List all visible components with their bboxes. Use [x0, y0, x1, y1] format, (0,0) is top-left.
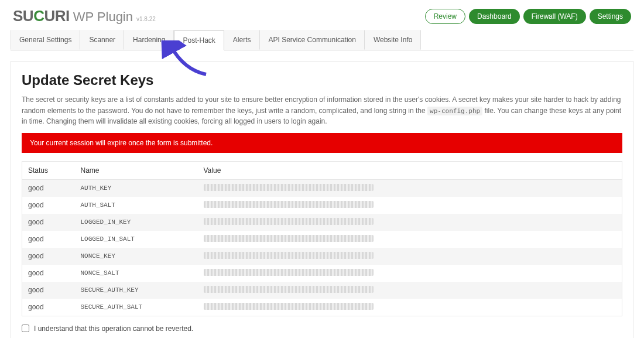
tab-scanner[interactable]: Scanner — [80, 30, 124, 50]
plugin-name: WP Plugin — [73, 9, 133, 25]
section-heading: Update Secret Keys — [22, 72, 622, 88]
col-name: Name — [75, 161, 198, 179]
dashboard-button[interactable]: Dashboard — [469, 9, 520, 24]
firewall-button[interactable]: Firewall (WAF) — [523, 9, 586, 24]
session-expire-alert: Your current session will expire once th… — [22, 133, 622, 153]
confirm-checkbox[interactable] — [22, 325, 29, 332]
redacted-value — [204, 218, 374, 225]
tabs: General Settings Scanner Hardening Post-… — [11, 30, 633, 50]
confirm-label: I understand that this operation cannot … — [34, 325, 193, 333]
logo-part: C — [33, 7, 44, 25]
key-value — [198, 282, 622, 299]
tab-hardening[interactable]: Hardening — [124, 30, 174, 50]
key-status: good — [22, 282, 75, 299]
key-status: good — [22, 214, 75, 231]
table-row: goodNONCE_KEY — [22, 248, 622, 265]
key-value — [198, 231, 622, 248]
key-name: AUTH_KEY — [75, 179, 198, 197]
tab-api-service-communication[interactable]: API Service Communication — [260, 30, 365, 50]
desc-code: wp-config.php — [427, 107, 482, 115]
table-row: goodLOGGED_IN_SALT — [22, 231, 622, 248]
key-status: good — [22, 265, 75, 282]
table-row: goodNONCE_SALT — [22, 265, 622, 282]
tab-website-info[interactable]: Website Info — [365, 30, 421, 50]
table-row: goodLOGGED_IN_KEY — [22, 214, 622, 231]
tab-post-hack[interactable]: Post-Hack — [174, 30, 224, 50]
review-button[interactable]: Review — [425, 9, 465, 24]
key-status: good — [22, 179, 75, 197]
key-status: good — [22, 299, 75, 316]
key-name: AUTH_SALT — [75, 197, 198, 214]
table-row: goodSECURE_AUTH_SALT — [22, 299, 622, 316]
redacted-value — [204, 303, 374, 310]
logo-part: SU — [13, 7, 33, 25]
logo: SUCURI — [13, 7, 70, 25]
settings-button[interactable]: Settings — [590, 9, 631, 24]
table-row: goodAUTH_SALT — [22, 197, 622, 214]
key-name: LOGGED_IN_SALT — [75, 231, 198, 248]
col-value: Value — [198, 161, 622, 179]
redacted-value — [204, 252, 374, 259]
key-name: NONCE_KEY — [75, 248, 198, 265]
table-row: goodAUTH_KEY — [22, 179, 622, 197]
col-status: Status — [22, 161, 75, 179]
redacted-value — [204, 184, 374, 191]
tab-general-settings[interactable]: General Settings — [11, 30, 80, 50]
secret-keys-table: Status Name Value goodAUTH_KEYgoodAUTH_S… — [22, 161, 622, 316]
key-value — [198, 179, 622, 197]
redacted-value — [204, 235, 374, 242]
table-row: goodSECURE_AUTH_KEY — [22, 282, 622, 299]
redacted-value — [204, 201, 374, 208]
key-value — [198, 248, 622, 265]
key-name: LOGGED_IN_KEY — [75, 214, 198, 231]
version: v1.8.22 — [136, 16, 156, 22]
key-status: good — [22, 248, 75, 265]
top-buttons: Review Dashboard Firewall (WAF) Settings — [425, 9, 631, 24]
section-description: The secret or security keys are a list o… — [22, 94, 622, 127]
key-name: SECURE_AUTH_KEY — [75, 282, 198, 299]
brand: SUCURI WP Plugin v1.8.22 — [13, 7, 156, 25]
redacted-value — [204, 269, 374, 276]
key-name: SECURE_AUTH_SALT — [75, 299, 198, 316]
key-name: NONCE_SALT — [75, 265, 198, 282]
redacted-value — [204, 286, 374, 293]
key-status: good — [22, 197, 75, 214]
confirm-row: I understand that this operation cannot … — [22, 325, 622, 333]
logo-part: URI — [44, 7, 69, 25]
key-value — [198, 197, 622, 214]
tab-alerts[interactable]: Alerts — [224, 30, 260, 50]
key-value — [198, 265, 622, 282]
key-value — [198, 214, 622, 231]
update-secret-keys-panel: Update Secret Keys The secret or securit… — [11, 61, 633, 338]
key-value — [198, 299, 622, 316]
key-status: good — [22, 231, 75, 248]
